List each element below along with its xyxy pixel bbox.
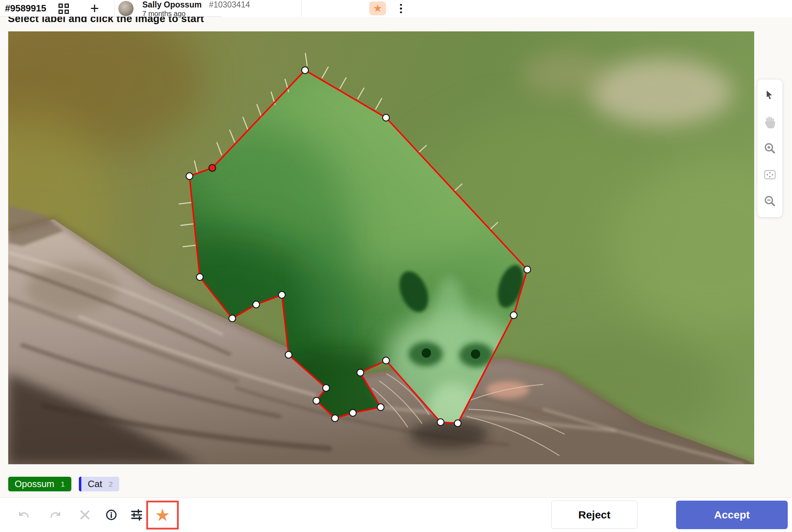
polygon-vertex[interactable]	[285, 352, 292, 358]
settings-button[interactable]	[129, 507, 144, 523]
opossum-left-eye	[422, 348, 431, 358]
polygon-vertex[interactable]	[332, 415, 339, 422]
task-id: #9589915	[5, 0, 46, 17]
polygon-vertex[interactable]	[302, 67, 309, 74]
polygon-vertex[interactable]	[229, 315, 236, 322]
move-tool-button[interactable]	[762, 87, 778, 104]
annotator-name: Sally Opossum	[142, 0, 202, 9]
fit-screen-button[interactable]	[762, 167, 778, 183]
kebab-menu-icon	[400, 4, 402, 6]
sliders-icon	[131, 508, 142, 522]
reject-button[interactable]: Reject	[551, 501, 638, 529]
polygon-vertex[interactable]	[377, 404, 384, 411]
undo-icon	[18, 508, 30, 522]
annotation-id: #10303414	[209, 0, 250, 9]
cursor-icon	[765, 90, 775, 101]
polygon-vertex[interactable]	[524, 266, 531, 273]
label-opossum[interactable]: Opossum 1	[8, 477, 71, 491]
info-icon	[106, 507, 117, 522]
zoom-out-button[interactable]	[762, 193, 778, 209]
star-icon: ★	[373, 3, 382, 14]
image-canvas[interactable]	[8, 31, 754, 464]
label-cat[interactable]: Cat 2	[79, 477, 119, 491]
polygon-vertex[interactable]	[197, 274, 203, 281]
labels-row: Opossum 1 Cat 2	[8, 477, 119, 491]
ground-truth-star-icon: ★	[155, 507, 170, 524]
add-annotation-button[interactable]: +	[87, 0, 102, 17]
annotation-menu-button[interactable]	[395, 2, 407, 15]
opossum-right-eye	[471, 349, 480, 359]
polygon-vertex-selected[interactable]	[209, 165, 216, 172]
polygon-vertex[interactable]	[511, 312, 517, 319]
bottom-bar: ★ Reject Accept	[0, 497, 792, 532]
polygon-vertex[interactable]	[253, 301, 260, 308]
zoom-toolbar	[757, 80, 782, 217]
polygon-vertex[interactable]	[279, 292, 285, 298]
polygon-vertex[interactable]	[323, 385, 330, 392]
pan-tool-button[interactable]	[762, 114, 778, 130]
fit-screen-icon	[764, 169, 776, 181]
info-button[interactable]	[103, 507, 119, 523]
polygon-vertex[interactable]	[383, 357, 390, 364]
topbar-border	[0, 16, 222, 17]
annotator-star-tile[interactable]: ★	[369, 1, 386, 15]
polygon-vertex[interactable]	[313, 398, 320, 404]
redo-icon	[50, 508, 61, 522]
top-bar: #9589915 + Sally Opossum #10303414 7 mon…	[0, 0, 792, 17]
grid-view-button[interactable]	[56, 2, 71, 15]
zoom-in-icon	[764, 142, 776, 155]
plus-icon: +	[90, 0, 99, 17]
annotation-tab[interactable]: Sally Opossum #10303414 7 months ago ★	[115, 0, 302, 17]
accept-button[interactable]: Accept	[676, 501, 788, 529]
polygon-vertex[interactable]	[455, 420, 461, 427]
delete-region-button[interactable]	[77, 507, 93, 523]
ground-truth-highlight-box[interactable]: ★	[146, 501, 179, 530]
redo-button[interactable]	[47, 507, 63, 523]
polygon-vertex[interactable]	[350, 410, 356, 416]
label-hotkey: 1	[61, 480, 65, 488]
polygon-vertex[interactable]	[186, 173, 193, 180]
labeling-app: Select label and click the image to star…	[0, 0, 792, 532]
polygon-vertex[interactable]	[383, 114, 390, 121]
hand-icon	[764, 116, 776, 128]
zoom-in-button[interactable]	[762, 140, 778, 157]
zoom-out-icon	[764, 195, 776, 208]
annotation-svg[interactable]	[8, 31, 754, 464]
polygon-vertex[interactable]	[437, 419, 444, 426]
undo-button[interactable]	[16, 507, 32, 523]
annotator-avatar	[118, 1, 134, 16]
grid-icon	[59, 4, 69, 14]
label-text: Opossum	[15, 479, 54, 490]
close-icon	[79, 508, 91, 521]
label-text: Cat	[88, 479, 102, 490]
polygon-vertex[interactable]	[357, 369, 364, 376]
label-hotkey: 2	[108, 480, 113, 488]
